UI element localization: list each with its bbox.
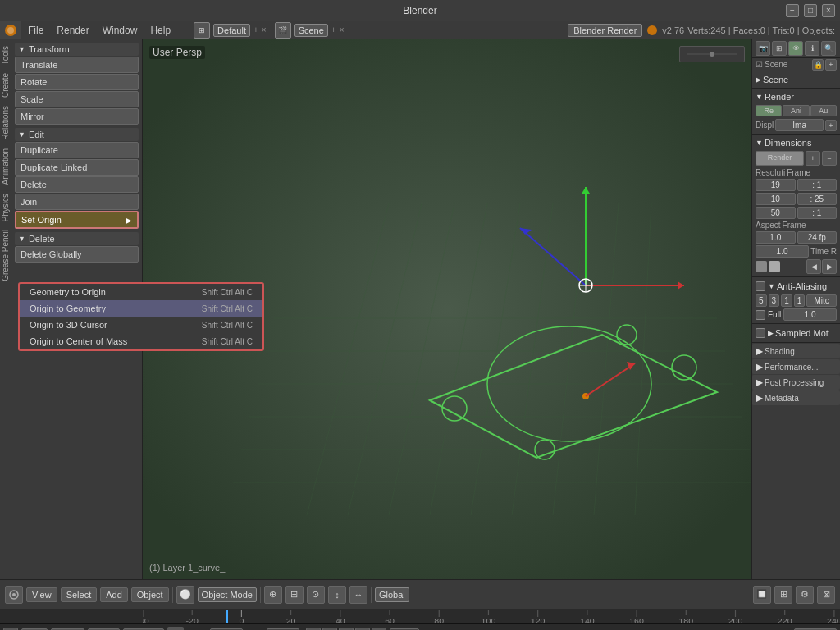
sampled-motion-checkbox[interactable] [756,328,765,338]
physics-tab[interactable]: Physics [0,190,11,225]
origin-to-3d-cursor-item[interactable]: Origin to 3D Cursor Shift Ctrl Alt C [20,317,262,333]
aa-samples-field[interactable]: 5 [756,294,767,307]
metadata-section[interactable]: ▶ Metadata [752,390,840,405]
frame-start-field[interactable]: : 1 [797,179,838,191]
window-menu[interactable]: Window [96,23,144,38]
frame-rate-field[interactable]: 24 fp [797,231,838,244]
aa-1-field[interactable]: 1 [781,294,792,307]
workspace-icon[interactable]: ⊞ [194,22,210,39]
render-menu[interactable]: Render [50,23,95,38]
render-tab-re[interactable]: Re [756,105,782,116]
rp-expand-icon[interactable]: + [825,59,837,71]
tools-tab[interactable]: Tools [0,43,11,68]
layers-icon[interactable]: ⊞ [774,586,792,604]
settings-icon[interactable]: ⚙ [796,586,814,604]
render-icon[interactable]: 🔲 [753,586,771,604]
render-tab-ani[interactable]: Ani [783,105,809,116]
performance-section[interactable]: ▶ Performance... [752,359,840,374]
frame-end-field[interactable]: : 25 [797,193,838,205]
aa-filter-field[interactable]: Mitc [806,294,837,307]
display-expand-icon[interactable]: + [825,120,837,131]
workspace-add[interactable]: + [253,25,258,34]
rp-lock-icon[interactable]: 🔒 [812,59,824,71]
rp-search-icon[interactable]: 🔍 [821,41,836,56]
delete-globally-button[interactable]: Delete Globally [15,246,139,262]
fullscreen-icon[interactable]: ⊠ [817,586,835,604]
maximize-button[interactable]: □ [804,4,817,17]
duplicate-linked-button[interactable]: Duplicate Linked [15,159,139,176]
scene-close[interactable]: × [340,25,345,34]
proportional-icon[interactable]: ⊙ [307,586,325,604]
aspect-x-field[interactable]: 1.0 [756,231,796,244]
rp-eye-icon[interactable]: 👁 [788,41,803,56]
view-menu[interactable]: View [26,587,57,602]
time-right-icon[interactable]: ▶ [822,259,837,274]
scene-title[interactable]: ▶ Scene [756,73,837,86]
timeline-type-icon[interactable] [3,628,18,631]
workspace-selector[interactable]: Default [213,24,250,37]
animation-tab[interactable]: Animation [0,145,11,188]
join-button[interactable]: Join [15,194,139,210]
jump-start-icon[interactable]: ⏮ [306,628,321,631]
rotate-button[interactable]: Rotate [15,74,139,90]
origin-to-geometry-item[interactable]: Origin to Geometry Shift Ctrl Alt C [20,300,262,317]
snap-icon[interactable]: ⊞ [285,586,304,604]
viewport-type-icon[interactable] [5,586,23,604]
jump-end-icon[interactable]: ⏭ [372,628,386,631]
mode-selector[interactable]: Object Mode [198,587,257,602]
post-processing-section[interactable]: ▶ Post Processing [752,375,840,390]
scene-add[interactable]: + [331,25,336,34]
aspect-y-field[interactable]: 1.0 [756,245,809,258]
add-menu[interactable]: Add [100,587,128,602]
translate-button[interactable]: Translate [15,57,139,73]
file-menu[interactable]: File [21,23,50,38]
aa-full-value-field[interactable]: 1.0 [783,308,837,321]
color-swatch-1[interactable] [756,261,767,272]
aa-3-field[interactable]: 3 [769,294,780,307]
close-button[interactable]: × [822,4,835,17]
play-icon[interactable]: ▶ [339,628,354,631]
relations-tab[interactable]: Relations [0,103,11,144]
delete-section-header[interactable]: ▼ Delete [15,232,139,245]
render-options-icon[interactable]: + [806,151,820,166]
rp-info-icon[interactable]: ℹ [805,41,819,56]
transform-header[interactable]: ▼ Transform [15,43,139,56]
scale-button[interactable]: Scale [15,91,139,107]
scene-icon[interactable]: 🎬 [275,22,291,39]
set-origin-button[interactable]: Set Origin ▶ [15,211,139,229]
frame-step-field[interactable]: : 1 [797,207,838,219]
display-field[interactable]: Ima [775,119,824,131]
render-engine-selector[interactable]: Blender Render [568,24,642,37]
rp-layers-icon[interactable]: ⊞ [772,41,787,56]
grease-pencil-tab[interactable]: Grease Pencil [0,226,11,285]
shading-section[interactable]: ▶ Shading [752,344,840,358]
select-menu[interactable]: Select [61,587,98,602]
transform-icon[interactable]: ↕ [328,586,346,604]
next-frame-icon[interactable]: ▶ [355,628,370,631]
aa-1b-field[interactable]: 1 [794,294,806,307]
geometry-to-origin-item[interactable]: Geometry to Origin Shift Ctrl Alt C [20,284,262,300]
mirror-button[interactable]: Mirror [15,108,139,125]
aa-full-checkbox[interactable] [756,310,765,320]
aa-title[interactable]: ▼ Anti-Aliasing [768,280,827,293]
render-title[interactable]: ▼ Render [756,90,837,103]
color-swatch-2[interactable] [769,261,780,272]
render-tab-au[interactable]: Au [810,105,837,116]
scene-selector[interactable]: Scene [294,24,328,37]
transform2-icon[interactable]: ↔ [349,586,368,604]
global-selector[interactable]: Global [375,587,409,602]
render-button[interactable]: Render [756,151,804,166]
aa-checkbox[interactable] [756,281,765,291]
origin-to-center-item[interactable]: Origin to Center of Mass Shift Ctrl Alt … [20,333,262,349]
dimensions-title[interactable]: ▼ Dimensions [756,136,837,149]
workspace-close[interactable]: × [262,25,267,34]
sampled-motion-title[interactable]: ▶ Sampled Mot [768,326,829,340]
render-minus-icon[interactable]: − [822,151,837,166]
time-left-icon[interactable]: ◀ [806,259,821,274]
res-pct-field[interactable]: 50 [756,207,796,219]
res-x-field[interactable]: 19 [756,179,796,191]
duplicate-button[interactable]: Duplicate [15,142,139,158]
pivot-icon[interactable]: ⊕ [264,586,282,604]
object-menu[interactable]: Object [131,587,169,602]
help-menu[interactable]: Help [144,23,177,38]
